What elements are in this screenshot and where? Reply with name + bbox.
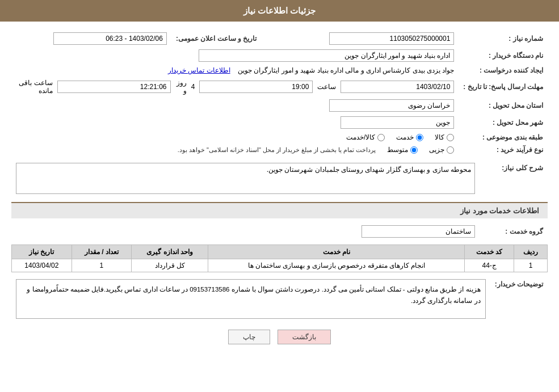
- group-service-label: گروه خدمت :: [480, 223, 548, 240]
- category-kala-label: کالا: [435, 133, 444, 141]
- cell-quantity: 1: [72, 259, 132, 272]
- need-number-value: 1103050275000001: [284, 30, 459, 47]
- province-row: استان محل تحویل : خراسان رضوی: [11, 97, 548, 114]
- group-service-value-cell: ساختمان: [11, 223, 480, 240]
- process-note: پرداخت تمام یا بخشی از مبلغ خریدار از مح…: [178, 146, 376, 154]
- creator-value: جواد یزدی بیدی کارشناس اداری و مالی ادار…: [238, 66, 454, 74]
- process-label: نوع فرآیند خرید :: [459, 144, 548, 156]
- province-value-cell: خراسان رضوی: [11, 97, 459, 114]
- category-khedmat-radio[interactable]: [416, 134, 423, 141]
- creator-row: ایجاد کننده درخواست : جواد یزدی بیدی کار…: [11, 64, 548, 77]
- time-label: ساعت: [317, 83, 336, 91]
- category-kala-khedmat-radio[interactable]: [377, 134, 385, 141]
- page-container: جزئیات اطلاعات نیاز شماره نیاز : 1103050…: [0, 0, 559, 392]
- cell-row-num: 1: [514, 259, 548, 272]
- category-kala-khedmat-label: کالا/خدمت: [346, 133, 375, 141]
- deadline-time: 19:00: [199, 81, 313, 93]
- city-input: جوین: [341, 116, 454, 129]
- category-khedmat-label: خدمت: [396, 133, 414, 141]
- service-table: ردیف کد خدمت نام خدمت واحد اندازه گیری ت…: [11, 245, 548, 272]
- deadline-row: مهلت ارسال پاسخ: تا تاریخ : 1403/02/10 س…: [11, 77, 548, 97]
- province-label: استان محل تحویل :: [459, 97, 548, 114]
- need-number-label: شماره نیاز :: [459, 30, 548, 47]
- creator-value-cell: جواد یزدی بیدی کارشناس اداری و مالی ادار…: [11, 64, 459, 77]
- remaining-time: 12:21:06: [57, 81, 171, 93]
- buyer-notes-label: توضیحات خریدار:: [490, 277, 548, 321]
- buyer-notes-row: توضیحات خریدار: هزینه از طریق منابع دولت…: [11, 277, 548, 321]
- process-value-cell: جزیی متوسط پرداخت تمام یا بخشی از مبلغ خ…: [11, 144, 459, 156]
- process-motovaset-label: متوسط: [387, 146, 408, 154]
- announce-label: تاریخ و ساعت اعلان عمومی:: [171, 30, 261, 47]
- days-label: روز و: [175, 79, 187, 95]
- process-radio-group: جزیی متوسط پرداخت تمام یا بخشی از مبلغ خ…: [16, 146, 454, 154]
- group-service-table: گروه خدمت : ساختمان: [11, 223, 548, 240]
- category-radio-group: کالا خدمت کالا/خدمت: [16, 133, 454, 141]
- col-code: کد خدمت: [465, 245, 514, 259]
- table-row: 1 ج-44 انجام کارهای متفرقه درخصوص بازساز…: [12, 259, 548, 272]
- province-input: خراسان رضوی: [329, 99, 454, 112]
- process-jozi-radio[interactable]: [447, 146, 454, 154]
- buyer-notes-table: توضیحات خریدار: هزینه از طریق منابع دولت…: [11, 277, 548, 321]
- category-kala-radio[interactable]: [447, 134, 454, 141]
- category-kala[interactable]: کالا: [435, 133, 454, 141]
- info-table: شماره نیاز : 1103050275000001 تاریخ و سا…: [11, 30, 548, 156]
- col-date: تاریخ نیاز: [12, 245, 72, 259]
- category-row: طبقه بندی موضوعی : کالا خدمت: [11, 131, 548, 144]
- print-button[interactable]: چاپ: [228, 330, 270, 344]
- cell-code: ج-44: [465, 259, 514, 272]
- group-service-input: ساختمان: [362, 225, 475, 238]
- cell-unit: کل قرارداد: [132, 259, 208, 272]
- city-value-cell: جوین: [11, 114, 459, 131]
- days-value: 4: [191, 83, 195, 91]
- deadline-value-cell: 1403/02/10 ساعت 19:00 4 روز و 12:21:06 س…: [11, 77, 459, 97]
- buyer-org-row: نام دستگاه خریدار : اداره بنیاد شهید و ا…: [11, 47, 548, 64]
- main-content: شماره نیاز : 1103050275000001 تاریخ و سا…: [0, 22, 559, 359]
- announce-value: 1403/02/06 - 06:23: [53, 32, 167, 45]
- need-desc-row: شرح کلی نیاز: محوطه سازی و بهسازی گلزار …: [11, 161, 548, 196]
- cell-date: 1403/04/02: [12, 259, 72, 272]
- need-number-input: 1103050275000001: [329, 32, 454, 45]
- services-section-header: اطلاعات خدمات مورد نیاز: [11, 202, 548, 218]
- category-value-cell: کالا خدمت کالا/خدمت: [11, 131, 459, 144]
- col-name: نام خدمت: [208, 245, 465, 259]
- need-desc-label: شرح کلی نیاز:: [480, 161, 548, 196]
- need-desc-textarea: محوطه سازی و بهسازی گلزار شهدای روستای ج…: [16, 163, 475, 194]
- deadline-row-flex: 1403/02/10 ساعت 19:00 4 روز و 12:21:06 س…: [16, 79, 454, 95]
- process-motovaset-radio[interactable]: [410, 146, 418, 154]
- need-desc-table: شرح کلی نیاز: محوطه سازی و بهسازی گلزار …: [11, 161, 548, 196]
- contact-link[interactable]: اطلاعات تماس خریدار: [168, 66, 230, 74]
- process-motovaset[interactable]: متوسط: [387, 146, 418, 154]
- need-number-row: شماره نیاز : 1103050275000001 تاریخ و سا…: [11, 30, 548, 47]
- service-table-head: ردیف کد خدمت نام خدمت واحد اندازه گیری ت…: [12, 245, 548, 259]
- page-header: جزئیات اطلاعات نیاز: [0, 0, 559, 22]
- button-row: بازگشت چاپ: [11, 330, 548, 344]
- service-table-header-row: ردیف کد خدمت نام خدمت واحد اندازه گیری ت…: [12, 245, 548, 259]
- buyer-org-label: نام دستگاه خریدار :: [459, 47, 548, 64]
- col-unit: واحد اندازه گیری: [132, 245, 208, 259]
- city-label: شهر محل تحویل :: [459, 114, 548, 131]
- buyer-org-value-cell: اداره بنیاد شهید و امور ایثارگران جوین: [11, 47, 459, 64]
- creator-label: ایجاد کننده درخواست :: [459, 64, 548, 77]
- buyer-notes-value-cell: هزینه از طریق منابع دولتی - تملک استانی …: [11, 277, 490, 321]
- page-title: جزئیات اطلاعات نیاز: [243, 6, 316, 15]
- buyer-org-input: اداره بنیاد شهید و امور ایثارگران جوین: [199, 49, 454, 62]
- process-jozi[interactable]: جزیی: [429, 146, 454, 154]
- process-jozi-label: جزیی: [429, 146, 444, 154]
- cell-name: انجام کارهای متفرقه درخصوص بازسازی و بهس…: [208, 259, 465, 272]
- need-desc-value-cell: محوطه سازی و بهسازی گلزار شهدای روستای ج…: [11, 161, 480, 196]
- remaining-label: ساعت باقی مانده: [16, 79, 53, 95]
- deadline-date: 1403/02/10: [341, 81, 454, 93]
- group-service-row: گروه خدمت : ساختمان: [11, 223, 548, 240]
- announce-value-cell: 1403/02/06 - 06:23: [11, 30, 171, 47]
- return-button[interactable]: بازگشت: [278, 330, 331, 344]
- col-quantity: تعداد / مقدار: [72, 245, 132, 259]
- deadline-label: مهلت ارسال پاسخ: تا تاریخ :: [459, 77, 548, 97]
- category-kala-khedmat[interactable]: کالا/خدمت: [346, 133, 385, 141]
- process-row: نوع فرآیند خرید : جزیی متوسط پرداخت تمام…: [11, 144, 548, 156]
- city-row: شهر محل تحویل : جوین: [11, 114, 548, 131]
- col-row-num: ردیف: [514, 245, 548, 259]
- service-table-body: 1 ج-44 انجام کارهای متفرقه درخصوص بازساز…: [12, 259, 548, 272]
- category-khedmat[interactable]: خدمت: [396, 133, 423, 141]
- category-label: طبقه بندی موضوعی :: [459, 131, 548, 144]
- buyer-notes-content: هزینه از طریق منابع دولتی - تملک استانی …: [16, 279, 486, 319]
